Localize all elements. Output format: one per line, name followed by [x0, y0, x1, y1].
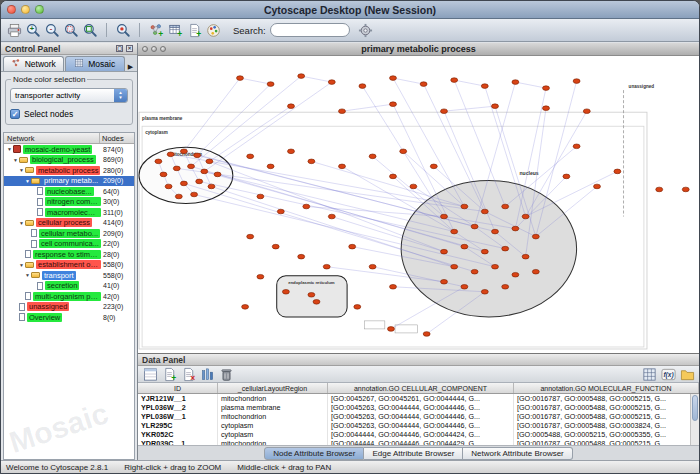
graph-node[interactable] [502, 246, 509, 251]
graph-node[interactable] [272, 244, 279, 249]
graph-node[interactable] [451, 229, 458, 234]
tree-expander-icon[interactable]: ▼ [6, 146, 13, 152]
graph-node[interactable] [328, 214, 335, 219]
tree-col-nodes[interactable]: Nodes [100, 133, 134, 143]
graph-node[interactable] [461, 244, 468, 249]
graph-node[interactable] [481, 209, 488, 214]
graph-node[interactable] [313, 300, 320, 305]
tree-row[interactable]: unassigned223(0) [4, 302, 134, 313]
search-input[interactable] [270, 23, 350, 37]
graph-node[interactable] [423, 332, 430, 337]
open-folder-icon[interactable] [679, 366, 695, 382]
attribute-list-icon[interactable] [142, 366, 158, 382]
tree-expander-icon[interactable]: ▼ [18, 262, 25, 268]
graph-node[interactable] [180, 181, 187, 186]
graph-node[interactable] [682, 187, 689, 192]
tree-row[interactable]: ▼establishment of lo...558(0) [4, 260, 134, 271]
minimize-window-button[interactable] [21, 5, 30, 14]
graph-node[interactable] [298, 74, 305, 79]
zoom-window-button[interactable] [35, 5, 44, 14]
tab-node-attribute-browser[interactable]: Node Attribute Browser [264, 447, 364, 460]
tree-row[interactable]: response to stimu...28(0) [4, 249, 134, 260]
graph-node[interactable] [173, 166, 180, 171]
graph-node[interactable] [461, 204, 468, 209]
graph-node[interactable] [563, 174, 570, 179]
close-panel-icon[interactable]: ✕ [126, 45, 133, 52]
graph-node[interactable] [323, 264, 330, 269]
graph-node[interactable] [543, 106, 550, 111]
graph-node[interactable] [512, 80, 519, 85]
graph-node[interactable] [400, 149, 407, 154]
frame-close-button[interactable] [142, 46, 148, 52]
graph-node[interactable] [481, 84, 488, 89]
graph-node[interactable] [390, 102, 397, 107]
graph-node[interactable] [308, 292, 315, 297]
graph-node[interactable] [410, 184, 417, 189]
graph-node[interactable] [369, 154, 376, 159]
window-titlebar[interactable]: Cytoscape Desktop (New Session) [1, 1, 699, 19]
graph-node[interactable] [532, 269, 539, 274]
table-row[interactable]: YPL036W__2plasma membrane[GO:0045263, GO… [138, 403, 699, 412]
tree-expander-icon[interactable]: ▼ [12, 157, 19, 163]
zoom-selected-icon[interactable] [63, 22, 79, 38]
zoom-out-icon[interactable]: - [44, 22, 60, 38]
tree-row[interactable]: nitrogen compo...30(0) [4, 197, 134, 208]
graph-node[interactable] [451, 78, 458, 83]
network-canvas[interactable]: plasma membranecytoplasmunassignednucleu… [138, 56, 699, 353]
tree-row[interactable]: ▼cellular process414(0) [4, 218, 134, 229]
close-window-button[interactable] [7, 5, 16, 14]
function-builder-icon[interactable]: f(x) [660, 366, 676, 382]
graph-node[interactable] [512, 272, 519, 277]
graph-node[interactable] [502, 204, 509, 209]
tab-overflow-arrow-icon[interactable]: ▶ [126, 63, 135, 71]
graph-node[interactable] [420, 82, 427, 87]
tree-col-network[interactable]: Network [4, 133, 100, 143]
graph-node[interactable] [188, 164, 195, 169]
print-icon[interactable] [6, 22, 22, 38]
frame-minimize-button[interactable] [151, 46, 157, 52]
delete-attribute-icon[interactable]: × [180, 366, 196, 382]
graph-node[interactable] [430, 164, 437, 169]
graph-node[interactable] [594, 184, 601, 189]
graph-node[interactable] [471, 224, 478, 229]
graph-node[interactable] [492, 104, 499, 109]
graph-node[interactable] [208, 184, 215, 189]
new-network-icon[interactable]: + [186, 22, 202, 38]
frame-zoom-button[interactable] [160, 46, 166, 52]
graph-node[interactable] [308, 159, 315, 164]
graph-node[interactable] [471, 269, 478, 274]
graph-node[interactable] [298, 254, 305, 259]
zoom-all-icon[interactable] [115, 22, 131, 38]
column-header[interactable]: annotation.GO MOLECULAR_FUNCTION [514, 383, 699, 393]
graph-node[interactable] [237, 76, 244, 81]
network-frame-titlebar[interactable]: primary metabolic process [138, 43, 699, 56]
scrollbar-thumb[interactable] [692, 395, 698, 421]
zoom-in-icon[interactable]: + [25, 22, 41, 38]
tree-row[interactable]: cellular metabo...209(0) [4, 228, 134, 239]
graph-node[interactable] [196, 179, 203, 184]
graph-node[interactable] [573, 79, 580, 84]
graph-node[interactable] [257, 274, 264, 279]
create-attribute-icon[interactable]: + [161, 366, 177, 382]
graph-node[interactable] [481, 289, 488, 294]
graph-node[interactable] [191, 192, 198, 197]
preferences-icon[interactable] [358, 22, 374, 38]
graph-node[interactable] [288, 104, 295, 109]
graph-node[interactable] [656, 187, 663, 192]
graph-node[interactable] [451, 264, 458, 269]
graph-node[interactable] [349, 244, 356, 249]
graph-node[interactable] [573, 144, 580, 149]
tab-edge-attribute-browser[interactable]: Edge Attribute Browser [364, 447, 463, 460]
graph-node[interactable] [461, 284, 468, 289]
table-row[interactable]: YDR039C__1mitochondrion[GO:0044444, GO:0… [138, 439, 699, 445]
tree-expander-icon[interactable]: ▼ [18, 220, 25, 226]
import-table-icon[interactable]: + [167, 22, 183, 38]
tab-mosaic[interactable]: Mosaic [65, 56, 126, 71]
graph-node[interactable] [201, 169, 208, 174]
graph-node[interactable] [532, 234, 539, 239]
graph-node[interactable] [339, 109, 346, 114]
graph-node[interactable] [288, 149, 295, 154]
table-scrollbar[interactable] [690, 394, 699, 445]
column-header[interactable]: annotation.GO CELLULAR_COMPONENT [328, 383, 514, 393]
graph-node[interactable] [155, 159, 162, 164]
